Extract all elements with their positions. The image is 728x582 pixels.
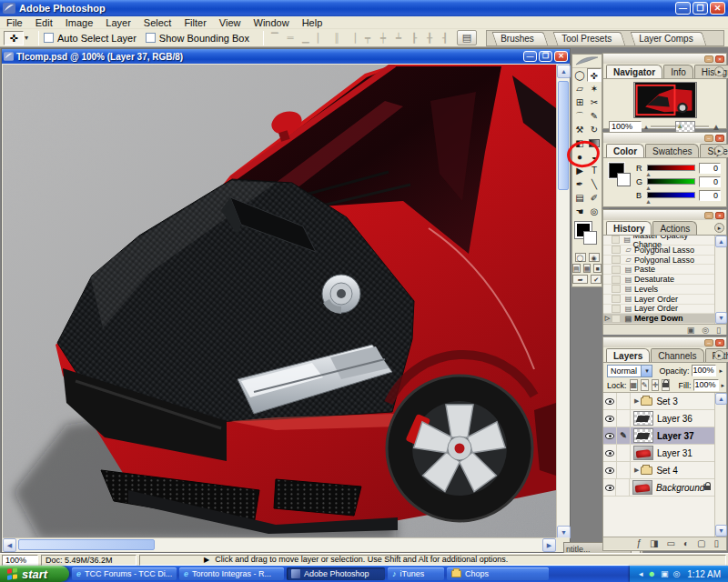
palette-minimize-button[interactable]: – xyxy=(704,135,713,142)
combo-arrow-icon[interactable]: ▾ xyxy=(641,366,652,376)
eye-icon[interactable] xyxy=(605,416,614,422)
scroll-right-icon[interactable]: ▶ xyxy=(542,538,556,552)
history-checkbox[interactable] xyxy=(612,266,621,274)
move-tool-icon[interactable]: ✜ xyxy=(587,68,602,82)
horizontal-scrollbar[interactable]: ◀ ▶ xyxy=(3,537,556,551)
layer-thumbnail[interactable] xyxy=(633,411,653,426)
layer-name[interactable]: Background xyxy=(656,483,704,493)
visibility-cell[interactable] xyxy=(603,462,617,479)
distribute-bottom-icon[interactable]: ┷ xyxy=(392,33,405,43)
fullscreen-button[interactable]: ■ xyxy=(593,264,602,273)
taskbar-item-chops[interactable]: Chops xyxy=(447,567,549,580)
history-checkbox[interactable] xyxy=(612,276,621,284)
align-top-icon[interactable]: ▔ xyxy=(268,33,281,43)
eye-icon[interactable] xyxy=(605,398,614,405)
show-bounding-box-checkbox[interactable]: Show Bounding Box xyxy=(146,33,249,44)
taskbar-item-toronto-integras[interactable]: e Toronto Integras - R... xyxy=(179,567,284,580)
magic-wand-tool-icon[interactable]: ✶ xyxy=(587,82,602,95)
align-right-icon[interactable]: ▕ xyxy=(346,33,359,43)
close-button[interactable]: ✕ xyxy=(710,2,725,15)
palette-menu-icon[interactable]: ▸ xyxy=(714,66,724,76)
lock-transparency-icon[interactable]: ▦ xyxy=(630,379,639,391)
hide-icons-icon[interactable]: ◂ xyxy=(639,569,643,578)
eye-icon[interactable] xyxy=(605,433,614,439)
zoom-out-icon[interactable]: ▴ xyxy=(644,123,648,131)
distribute-left-icon[interactable]: ┠ xyxy=(408,33,420,43)
new-snapshot-button[interactable]: ◎ xyxy=(702,326,709,335)
eyedropper-tool-icon[interactable]: ✐ xyxy=(587,191,602,205)
align-hcenter-icon[interactable]: ║ xyxy=(330,33,343,43)
standard-screen-button[interactable]: ▤ xyxy=(572,264,581,273)
visibility-cell[interactable] xyxy=(603,479,616,497)
history-state[interactable]: ▱Polygonal Lasso xyxy=(603,256,714,266)
distribute-hcenter-icon[interactable]: ╂ xyxy=(423,33,436,43)
fill-field[interactable]: 100% xyxy=(693,379,718,391)
red-value-field[interactable]: 0 xyxy=(699,163,721,174)
layers-scrollbar[interactable]: ▲ ▼ xyxy=(714,393,726,537)
link-cell[interactable] xyxy=(617,462,631,479)
standard-mode-button[interactable]: ◯ xyxy=(575,253,586,262)
checkbox-icon[interactable] xyxy=(146,33,156,43)
zoom-in-icon[interactable]: ▲ xyxy=(712,122,721,132)
layer-thumbnail[interactable] xyxy=(633,428,653,443)
display-icon[interactable]: ▣ xyxy=(661,569,669,578)
green-value-field[interactable]: 0 xyxy=(699,176,721,187)
file-browser-button[interactable]: ▤ xyxy=(457,30,477,45)
slider-thumb-icon[interactable]: ▲ xyxy=(645,198,652,205)
menu-layer[interactable]: Layer xyxy=(99,16,137,29)
palette-menu-icon[interactable]: ▸ xyxy=(714,223,724,233)
scroll-up-icon[interactable]: ▲ xyxy=(557,65,571,78)
tab-layer-comps[interactable]: Layer Comps xyxy=(630,32,706,45)
fill-slider-arrow-icon[interactable]: ▸ xyxy=(722,382,725,389)
layer-row-set4[interactable]: ▶ Set 4 xyxy=(603,462,714,479)
doc-restore-button[interactable]: ❐ xyxy=(539,51,552,62)
checkbox-icon[interactable] xyxy=(44,33,54,43)
tool-preset-arrow-icon[interactable]: ▾ xyxy=(25,34,28,42)
history-source-marker[interactable]: ▷ xyxy=(603,315,612,322)
link-cell[interactable] xyxy=(617,445,631,462)
expand-triangle-icon[interactable]: ▶ xyxy=(634,397,639,405)
green-slider[interactable]: ▲ xyxy=(647,178,695,185)
history-scrollbar[interactable]: ▲ ▼ xyxy=(714,236,726,324)
hand-tool-icon[interactable]: ☚ xyxy=(572,205,587,218)
palette-menu-icon[interactable]: ▸ xyxy=(714,350,724,360)
history-checkbox[interactable] xyxy=(612,236,621,244)
layer-name[interactable]: Layer 31 xyxy=(657,448,693,458)
eye-icon[interactable] xyxy=(605,467,614,474)
scroll-up-icon[interactable]: ▲ xyxy=(715,393,727,405)
history-checkbox[interactable] xyxy=(612,246,621,254)
taskbar-item-itunes[interactable]: ♪ iTunes xyxy=(388,567,444,580)
scroll-down-icon[interactable]: ▼ xyxy=(715,525,727,537)
history-state[interactable]: ▤Layer Order xyxy=(603,305,714,315)
palette-close-button[interactable]: × xyxy=(715,55,724,63)
palette-minimize-button[interactable]: – xyxy=(704,339,713,346)
opacity-slider-arrow-icon[interactable]: ▸ xyxy=(719,367,723,375)
layer-thumbnail[interactable] xyxy=(633,446,653,460)
current-tool-button[interactable]: ✜ xyxy=(4,31,24,45)
notes-tool-icon[interactable]: ▤ xyxy=(572,191,587,205)
layer-row-37-selected[interactable]: ✎ Layer 37 xyxy=(603,427,714,445)
menu-filter[interactable]: Filter xyxy=(177,16,212,29)
visibility-cell[interactable] xyxy=(603,393,617,410)
eye-icon[interactable] xyxy=(605,450,614,457)
layer-name[interactable]: Layer 37 xyxy=(657,431,694,441)
shape-tool-icon[interactable]: ╲ xyxy=(587,177,602,191)
restore-button[interactable]: ❐ xyxy=(693,2,708,15)
menu-edit[interactable]: Edit xyxy=(29,16,59,29)
zoom-tool-icon[interactable]: ◎ xyxy=(587,205,602,218)
eye-icon[interactable] xyxy=(605,485,614,491)
doc-minimize-button[interactable]: — xyxy=(523,51,537,62)
paint-indicator-icon[interactable]: ✎ xyxy=(617,427,631,445)
distribute-right-icon[interactable]: ┨ xyxy=(439,33,451,43)
background-color-swatch[interactable] xyxy=(617,173,631,186)
tab-brushes[interactable]: Brushes xyxy=(492,32,549,45)
distribute-top-icon[interactable]: ┯ xyxy=(361,33,374,43)
doc-size-info[interactable]: Doc: 5.49M/36.2M xyxy=(41,555,136,566)
link-cell[interactable] xyxy=(617,410,631,427)
marquee-tool-icon[interactable]: ◯ xyxy=(572,68,587,82)
layer-mask-button[interactable]: ◨ xyxy=(650,538,658,548)
auto-select-layer-checkbox[interactable]: Auto Select Layer xyxy=(44,33,136,44)
document-titlebar[interactable]: Tlcomp.psd @ 100% (Layer 37, RGB/8) — ❐ … xyxy=(2,49,570,64)
layer-name[interactable]: Set 3 xyxy=(656,396,677,406)
navigator-thumbnail[interactable] xyxy=(633,82,697,118)
